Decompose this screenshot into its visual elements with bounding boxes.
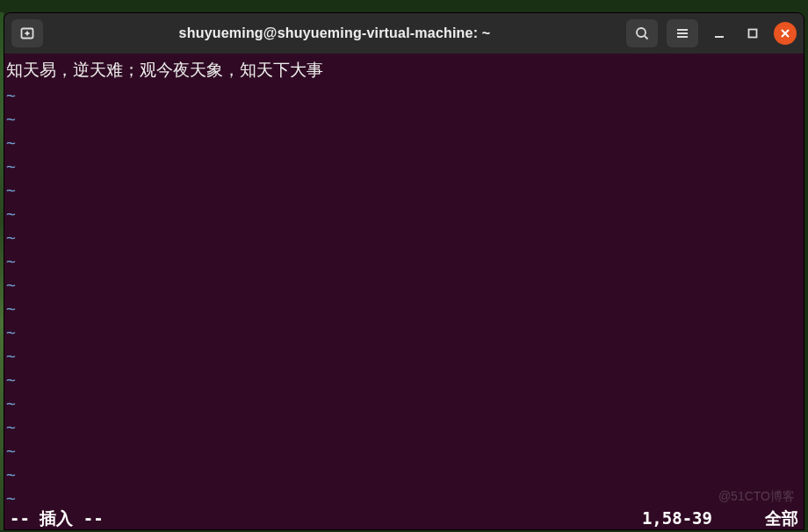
tilde-marker: ~ <box>6 133 16 156</box>
hamburger-menu-button[interactable] <box>667 19 698 47</box>
terminal-area[interactable]: 知天易，逆天难；观今夜天象，知天下大事 ~ ~ ~ ~ ~ ~ ~ ~ ~ ~ … <box>4 54 804 529</box>
tilde-marker: ~ <box>6 298 16 322</box>
tilde-marker: ~ <box>6 441 16 464</box>
tilde-marker: ~ <box>6 180 16 204</box>
tilde-marker: ~ <box>6 322 16 346</box>
tilde-marker: ~ <box>6 346 16 370</box>
tilde-column: ~ ~ ~ ~ ~ ~ ~ ~ ~ ~ ~ ~ ~ ~ ~ ~ ~ ~ <box>6 85 16 507</box>
tilde-marker: ~ <box>6 417 16 441</box>
tilde-marker: ~ <box>6 227 16 251</box>
maximize-icon <box>747 27 759 40</box>
titlebar-right-cluster <box>626 19 797 47</box>
watermark-text: @51CTO博客 <box>718 485 795 507</box>
titlebar: shuyueming@shuyueming-virtual-machine: ~ <box>4 13 804 54</box>
close-icon <box>780 28 790 39</box>
close-button[interactable] <box>774 22 797 45</box>
tilde-marker: ~ <box>6 204 16 227</box>
svg-line-4 <box>645 36 648 40</box>
vim-status-line: -- 插入 -- 1,58-39 全部 <box>4 507 804 529</box>
minimize-icon <box>713 27 725 40</box>
tilde-marker: ~ <box>6 370 16 393</box>
window-title: shuyueming@shuyueming-virtual-machine: ~ <box>48 25 621 41</box>
vim-mode-indicator: -- 插入 -- <box>10 507 104 528</box>
svg-rect-9 <box>749 30 757 38</box>
tilde-marker: ~ <box>6 393 16 417</box>
menu-icon <box>675 25 690 41</box>
search-button[interactable] <box>626 19 658 47</box>
tilde-marker: ~ <box>6 251 16 275</box>
vim-extent-indicator: 全部 <box>765 507 798 528</box>
new-tab-icon <box>19 25 35 41</box>
minimize-button[interactable] <box>707 21 732 46</box>
search-icon <box>634 25 650 41</box>
tilde-marker: ~ <box>6 85 16 109</box>
maximize-button[interactable] <box>740 21 765 46</box>
vim-cursor-position: 1,58-39 <box>642 507 712 528</box>
editor-content-line: 知天易，逆天难；观今夜天象，知天下大事 <box>4 54 804 80</box>
terminal-window: shuyueming@shuyueming-virtual-machine: ~ <box>4 12 804 530</box>
new-tab-button[interactable] <box>11 19 43 47</box>
tilde-marker: ~ <box>6 464 16 488</box>
tilde-marker: ~ <box>6 275 16 298</box>
tilde-marker: ~ <box>6 109 16 133</box>
svg-point-3 <box>637 28 646 37</box>
tilde-marker: ~ <box>6 156 16 180</box>
